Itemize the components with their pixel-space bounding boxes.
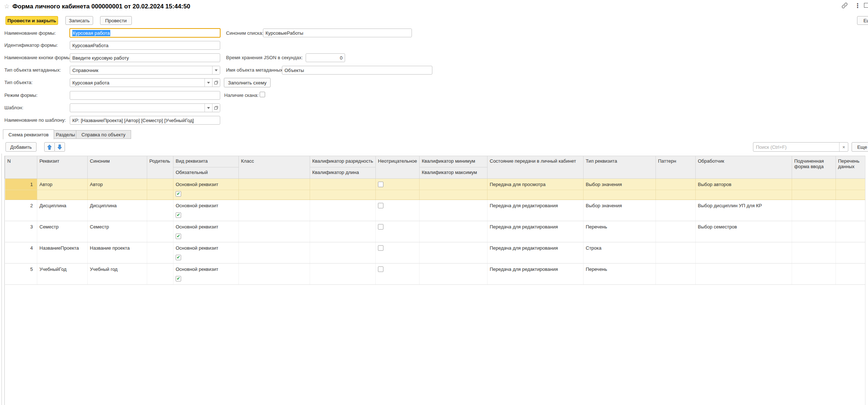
cell-pattern[interactable] [656,221,696,242]
cell-n[interactable]: 4 [5,242,37,264]
required-checkbox[interactable]: ✔ [176,212,181,218]
template-select[interactable] [70,103,220,112]
post-and-close-button[interactable]: Провести и закрыть [5,16,58,25]
col-type[interactable]: Тип реквизита [584,156,656,179]
cell-syn[interactable]: Автор [88,179,147,200]
cell-syn[interactable]: Учебный год [88,264,147,285]
open-icon[interactable] [212,104,220,112]
required-checkbox[interactable]: ✔ [176,234,181,239]
table-row[interactable]: 4 НазваниеПроекта Название проекта Основ… [5,242,866,264]
cell-handler[interactable]: Выбор семестров [696,221,792,242]
cell-parent[interactable] [147,200,173,221]
nonnegative-checkbox[interactable] [378,266,383,272]
cell-subform[interactable] [792,221,836,242]
col-enum-data[interactable]: Перечень данных [836,156,866,179]
col-n[interactable]: N [5,156,37,179]
cell-n[interactable]: 2 [5,200,37,221]
cell-attr[interactable]: НазваниеПроекта [37,242,88,264]
search-clear-button[interactable]: × [839,143,848,151]
metadata-type-select[interactable]: Справочник [70,66,220,75]
nonnegative-checkbox[interactable] [378,182,383,187]
cell-attr[interactable]: УчебныйГод [37,264,88,285]
table-row[interactable]: 2 Дисциплина Дисциплина Основной реквизи… [5,200,866,221]
cell-syn[interactable]: Дисциплина [88,200,147,221]
post-button[interactable]: Провести [100,16,132,25]
table-row[interactable]: 1 Автор Автор Основной реквизит✔ Передач… [5,179,866,200]
table-row[interactable]: 3 Семестр Семестр Основной реквизит✔ Пер… [5,221,866,242]
cell-class[interactable] [239,200,310,221]
cell-pattern[interactable] [656,200,696,221]
cell-enum-data[interactable] [836,200,866,221]
chevron-down-icon[interactable] [204,79,212,87]
cell-pattern[interactable] [656,242,696,264]
link-icon[interactable] [841,2,848,10]
cell-type[interactable]: Строка [584,242,656,264]
grid-more-button[interactable]: Еще [852,142,868,152]
col-qual-digits[interactable]: Квалификатор разрядность [310,156,376,167]
move-up-button[interactable] [44,142,55,152]
cell-class[interactable] [239,221,310,242]
list-synonym-input[interactable]: КурсовыеРаботы [263,29,412,37]
col-syn[interactable]: Синоним [88,156,147,179]
kebab-menu-icon[interactable]: ⋮ [854,2,861,10]
cell-type[interactable]: Перечень [584,221,656,242]
cell-nonnegative[interactable] [376,200,420,221]
cell-nonnegative[interactable] [376,221,420,242]
required-checkbox[interactable]: ✔ [176,276,181,281]
cell-class[interactable] [239,264,310,285]
cell-kind[interactable]: Основной реквизит✔ [173,242,239,264]
cell-kind[interactable]: Основной реквизит✔ [173,264,239,285]
object-type-select[interactable]: Курсовая работа [70,78,220,87]
col-attr[interactable]: Реквизит [37,156,88,179]
col-qual-max[interactable]: Квалификатор максимум [420,167,487,179]
chevron-down-icon[interactable] [204,104,212,112]
col-handler[interactable]: Обработчик [696,156,792,179]
cell-type[interactable]: Перечень [584,264,656,285]
form-mode-input[interactable] [70,91,220,100]
form-id-input[interactable]: КурсоваяРабота [70,41,220,50]
grid-search-input[interactable] [753,144,839,150]
tab-schema[interactable]: Схема реквизитов [3,129,54,139]
json-ttl-input[interactable]: 0 [306,53,345,62]
cell-parent[interactable] [147,264,173,285]
cell-qual-minmax[interactable] [420,221,487,242]
cell-qual-minmax[interactable] [420,200,487,221]
required-checkbox[interactable]: ✔ [176,255,181,260]
cell-subform[interactable] [792,179,836,200]
cell-qual[interactable] [310,221,376,242]
cell-qual[interactable] [310,242,376,264]
button-name-input[interactable]: Введите курсовую работу [70,53,220,62]
cell-state[interactable]: Передача для редактирования [487,200,584,221]
has-scan-checkbox[interactable] [260,92,265,97]
fill-schema-button[interactable]: Заполнить схему [224,78,271,87]
table-row[interactable]: 5 УчебныйГод Учебный год Основной реквиз… [5,264,866,285]
col-subform[interactable]: Подчиненная форма ввода [792,156,836,179]
cell-enum-data[interactable] [836,221,866,242]
cell-enum-data[interactable] [836,264,866,285]
cell-handler[interactable]: Выбор дисциплин УП для КР [696,200,792,221]
cell-nonnegative[interactable] [376,264,420,285]
cell-pattern[interactable] [656,179,696,200]
cell-syn[interactable]: Название проекта [88,242,147,264]
metadata-name-input[interactable]: Объекты [282,66,432,75]
col-required[interactable]: Обязательный [173,167,239,179]
cell-state[interactable]: Передача для редактирования [487,264,584,285]
cell-parent[interactable] [147,221,173,242]
cell-qual-minmax[interactable] [420,179,487,200]
favorite-star-icon[interactable]: ☆ [4,3,9,10]
cell-attr[interactable]: Автор [37,179,88,200]
write-button[interactable]: Записать [65,16,93,25]
cell-state[interactable]: Передача для просмотра [487,179,584,200]
chevron-down-icon[interactable] [212,66,220,74]
cell-subform[interactable] [792,200,836,221]
window-more-button[interactable]: Еще [857,16,868,25]
cell-enum-data[interactable] [836,242,866,264]
cell-class[interactable] [239,179,310,200]
col-nonnegative[interactable]: Неотрицательное [376,156,420,179]
cell-parent[interactable] [147,179,173,200]
cell-parent[interactable] [147,242,173,264]
cell-attr[interactable]: Дисциплина [37,200,88,221]
col-qual-min[interactable]: Квалификатор минимум [420,156,487,167]
cell-subform[interactable] [792,242,836,264]
cell-syn[interactable]: Семестр [88,221,147,242]
